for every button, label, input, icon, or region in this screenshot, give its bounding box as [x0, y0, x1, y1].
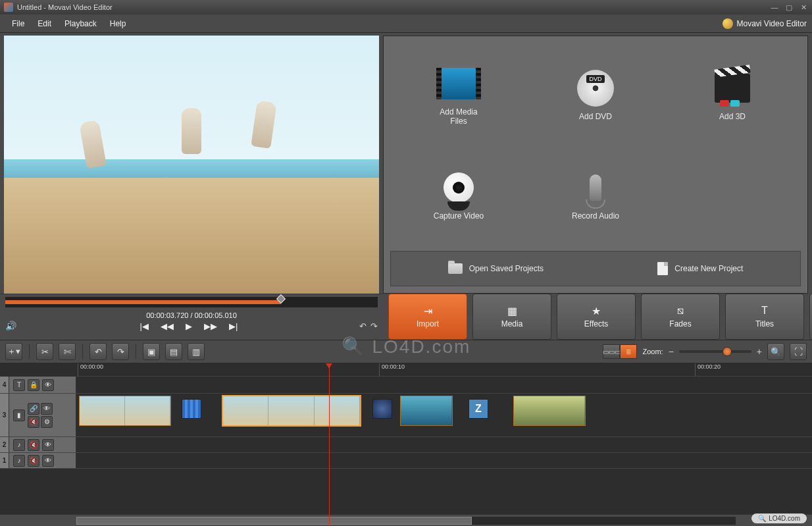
undo-button[interactable]: ↶: [359, 321, 367, 331]
play-button[interactable]: ▶: [186, 321, 192, 331]
playback-controls: 00:00:03.720 / 00:00:05.010 🔊 |◀ ◀◀ ▶ ▶▶…: [0, 294, 383, 340]
track-2-audio: 2 ♪ 🔇 👁: [0, 437, 812, 453]
fit-zoom-button[interactable]: 🔍: [767, 343, 784, 360]
zoom-slider[interactable]: [679, 350, 751, 353]
menu-help[interactable]: Help: [103, 19, 133, 28]
film-icon: [442, 68, 476, 99]
volume-button[interactable]: 🔊: [5, 321, 18, 331]
timeline-playhead[interactable]: [329, 363, 330, 526]
cut-button[interactable]: ✂: [36, 343, 53, 360]
open-saved-projects-button[interactable]: Open Saved Projects: [448, 263, 544, 274]
timeline-ruler[interactable]: 00:00:00 00:00:10 00:00:20: [76, 363, 812, 377]
step-forward-button[interactable]: ▶▶: [204, 321, 217, 331]
media-icon: ▦: [507, 305, 517, 317]
timeline-view-toggle: ▭▭▭ ≣: [603, 344, 637, 359]
zoom-in-button[interactable]: +: [757, 346, 762, 357]
track-3-video: 3 ▮ 🔗 👁 🔇 ⚙: [0, 394, 812, 437]
track-visible-icon-2[interactable]: 👁: [42, 439, 54, 451]
brand-label[interactable]: Movavi Video Editor: [737, 19, 807, 28]
brand-icon: [723, 18, 733, 29]
document-icon: [657, 262, 668, 275]
menu-playback[interactable]: Playback: [58, 19, 103, 28]
tab-media[interactable]: ▦ Media: [472, 294, 551, 340]
split-button[interactable]: ✄: [59, 343, 76, 360]
track-settings-icon[interactable]: ⚙: [41, 416, 53, 428]
watermark-badge: 🔍 LO4D.com: [751, 513, 807, 523]
clip-settings-button[interactable]: ▥: [188, 343, 205, 360]
transition-3[interactable]: Z: [469, 399, 488, 419]
storyboard-view-button[interactable]: ▭▭▭: [603, 344, 620, 359]
tab-titles[interactable]: T Titles: [725, 294, 804, 340]
track-lock-icon[interactable]: 🔒: [28, 379, 39, 391]
properties-button[interactable]: ▤: [165, 343, 182, 360]
clip-2-selected[interactable]: Summer.mp4 (0:00:05): [222, 396, 361, 426]
tab-import[interactable]: ⇥ Import: [388, 294, 467, 340]
tab-fades[interactable]: ⧅ Fades: [641, 294, 720, 340]
playback-seek-bar[interactable]: [5, 297, 378, 307]
go-start-button[interactable]: |◀: [140, 321, 149, 331]
folder-icon: [448, 263, 463, 274]
capture-video-button[interactable]: Capture Video: [390, 145, 527, 244]
audio-track-icon[interactable]: ♪: [13, 439, 25, 451]
track-visible-icon-1[interactable]: 👁: [42, 455, 54, 467]
track-mute-icon-2[interactable]: 🔇: [28, 439, 39, 451]
redo-button-2[interactable]: ↷: [112, 343, 129, 360]
effects-icon: ★: [592, 305, 601, 317]
import-panel: Add Media Files DVD Add DVD Add 3D Captu…: [383, 36, 808, 294]
track-link-icon[interactable]: 🔗: [28, 403, 39, 415]
audio-track-icon-1[interactable]: ♪: [13, 455, 25, 467]
scrollbar-thumb[interactable]: [76, 517, 472, 525]
zoom-out-button[interactable]: −: [669, 346, 674, 357]
import-icon: ⇥: [424, 305, 432, 317]
add-track-button[interactable]: ＋▾: [5, 343, 22, 360]
redo-button[interactable]: ↷: [370, 321, 378, 331]
add-media-files-button[interactable]: Add Media Files: [390, 45, 527, 145]
add-3d-button[interactable]: Add 3D: [664, 45, 801, 145]
create-new-project-button[interactable]: Create New Project: [657, 262, 743, 275]
timeline-toolbar: ＋▾ ✂ ✄ ↶ ↷ ▣ ▤ ▥ ▭▭▭ ≣ Zoom: − + 🔍 ⛶: [0, 340, 812, 363]
track-visible-icon-3[interactable]: 👁: [41, 403, 53, 415]
record-audio-button[interactable]: Record Audio: [527, 145, 664, 244]
tab-save-movie[interactable]: ⇪ Save Movie: [809, 294, 812, 340]
fades-icon: ⧅: [677, 305, 684, 317]
clip-3[interactable]: Swimming.jpg (0:...: [400, 396, 453, 426]
go-end-button[interactable]: ▶|: [229, 321, 238, 331]
fullscreen-button[interactable]: ⛶: [790, 343, 807, 360]
track-1-audio: 1 ♪ 🔇 👁: [0, 453, 812, 469]
zoom-knob[interactable]: [723, 347, 732, 356]
track-mute-icon-1[interactable]: 🔇: [28, 455, 39, 467]
main-tabs: ⇥ Import ▦ Media ★ Effects ⧅ Fades T T: [383, 294, 812, 340]
transition-1[interactable]: [182, 399, 201, 419]
timeline: 00:00:00 00:00:10 00:00:20 4 T 🔒 👁 3 ▮: [0, 363, 812, 526]
track-mute-icon[interactable]: 🔇: [28, 416, 39, 428]
clip-4[interactable]: Water.jpg (0:00:03): [513, 396, 586, 426]
menu-file[interactable]: File: [5, 19, 31, 28]
close-button[interactable]: ✕: [799, 3, 808, 12]
menubar: File Edit Playback Help Movavi Video Edi…: [0, 14, 812, 33]
tab-effects[interactable]: ★ Effects: [557, 294, 636, 340]
titlebar: Untitled - Movavi Video Editor — ▢ ✕: [0, 0, 812, 14]
zoom-label: Zoom:: [642, 348, 663, 355]
video-track-icon[interactable]: ▮: [13, 409, 25, 421]
step-back-button[interactable]: ◀◀: [161, 321, 174, 331]
playback-time: 00:00:03.720 / 00:00:05.010: [5, 311, 378, 319]
track-4: 4 T 🔒 👁: [0, 377, 812, 394]
window-title: Untitled - Movavi Video Editor: [17, 3, 765, 11]
timeline-scrollbar[interactable]: [0, 514, 812, 526]
add-dvd-button[interactable]: DVD Add DVD: [527, 45, 664, 145]
transition-2[interactable]: [372, 399, 392, 419]
menu-edit[interactable]: Edit: [31, 19, 58, 28]
title-track-icon[interactable]: T: [13, 379, 25, 391]
crop-button[interactable]: ▣: [143, 343, 160, 360]
clapper-icon: [715, 74, 750, 103]
app-icon: [4, 3, 13, 12]
minimize-button[interactable]: —: [770, 3, 779, 12]
dvd-icon: DVD: [577, 70, 614, 107]
video-preview[interactable]: [4, 36, 379, 294]
timeline-view-button[interactable]: ≣: [620, 344, 637, 359]
clip-1[interactable]: 1.mp4 (0:00:03): [79, 396, 171, 426]
maximize-button[interactable]: ▢: [784, 3, 794, 12]
undo-button-2[interactable]: ↶: [89, 343, 107, 360]
track-visible-icon[interactable]: 👁: [42, 379, 54, 391]
titles-icon: T: [761, 305, 768, 317]
